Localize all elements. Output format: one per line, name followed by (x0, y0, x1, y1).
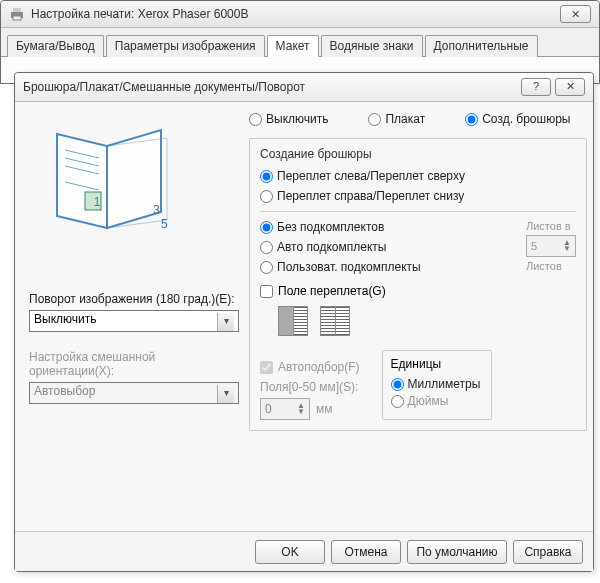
units-inch-radio[interactable]: Дюймы (391, 394, 483, 408)
mixed-orient-value: Автовыбор (34, 384, 95, 398)
units-mm-radio[interactable]: Миллиметры (391, 377, 483, 391)
mode-booklet-radio[interactable]: Созд. брошюры (465, 112, 570, 126)
parent-titlebar: Настройка печати: Xerox Phaser 6000B ✕ (1, 1, 599, 28)
booklet-group: Создание брошюры Переплет слева/Переплет… (249, 138, 587, 431)
svg-text:5: 5 (161, 217, 168, 231)
ok-button[interactable]: OK (255, 540, 325, 564)
bind-left-radio[interactable]: Переплет слева/Переплет сверху (260, 169, 576, 183)
svg-text:3: 3 (153, 203, 160, 217)
cancel-button[interactable]: Отмена (331, 540, 401, 564)
binding-icon-left[interactable] (278, 306, 308, 336)
mixed-orient-label: Настройка смешанной ориентации(X): (29, 350, 239, 378)
mode-poster-radio[interactable]: Плакат (368, 112, 425, 126)
margin-unit: мм (316, 402, 333, 416)
child-close-button[interactable]: ✕ (555, 78, 585, 96)
margin-spinner: 0 ▲▼ (260, 398, 310, 420)
tabstrip: Бумага/Вывод Параметры изображения Макет… (1, 28, 599, 57)
margin-label: Поля[0-50 мм](S): (260, 380, 360, 394)
margin-value: 0 (265, 402, 272, 416)
child-title: Брошюра/Плакат/Смешанные документы/Повор… (23, 80, 517, 94)
rotation-value: Выключить (34, 312, 96, 326)
sheets-in-label: Листов в (526, 220, 576, 232)
child-titlebar: Брошюра/Плакат/Смешанные документы/Повор… (15, 73, 593, 102)
spinner-arrows-icon: ▲▼ (297, 403, 305, 415)
spinner-arrows-icon: ▲▼ (563, 240, 571, 252)
units-title: Единицы (391, 357, 483, 371)
units-group: Единицы Миллиметры Дюймы (382, 350, 492, 420)
sheets-unit-label: Листов (526, 260, 576, 272)
parent-title: Настройка печати: Xerox Phaser 6000B (31, 7, 560, 21)
sheets-block: Листов в 5 ▲▼ Листов (526, 220, 576, 274)
rotation-label: Поворот изображения (180 град.)(E): (29, 292, 239, 306)
subset-user-radio[interactable]: Пользоват. подкомплекты (260, 260, 512, 274)
subset-none-radio[interactable]: Без подкомплектов (260, 220, 512, 234)
page-num-1: 1 (94, 195, 101, 209)
help-button[interactable]: Справка (513, 540, 583, 564)
sheets-value: 5 (531, 240, 537, 252)
sheets-spinner: 5 ▲▼ (526, 235, 576, 257)
printer-icon (9, 6, 25, 22)
parent-close-button[interactable]: ✕ (560, 5, 591, 23)
tab-watermarks[interactable]: Водяные знаки (321, 35, 423, 57)
tab-paper-output[interactable]: Бумага/Вывод (7, 35, 104, 57)
booklet-preview: 1 3 5 (39, 112, 179, 232)
child-help-button[interactable]: ? (521, 78, 551, 96)
mixed-orient-dropdown: Автовыбор (29, 382, 239, 404)
svg-rect-1 (13, 8, 21, 12)
dialog-footer: OK Отмена По умолчанию Справка (15, 531, 593, 571)
gutter-check[interactable]: Поле переплета(G) (260, 284, 576, 298)
svg-rect-2 (13, 16, 21, 20)
binding-icon-spread[interactable] (320, 306, 350, 336)
bind-right-radio[interactable]: Переплет справа/Переплет снизу (260, 189, 576, 203)
tab-advanced[interactable]: Дополнительные (425, 35, 538, 57)
child-dialog: Брошюра/Плакат/Смешанные документы/Повор… (14, 72, 594, 572)
defaults-button[interactable]: По умолчанию (407, 540, 507, 564)
tab-image-options[interactable]: Параметры изображения (106, 35, 265, 57)
mode-off-radio[interactable]: Выключить (249, 112, 328, 126)
rotation-dropdown[interactable]: Выключить (29, 310, 239, 332)
subset-auto-radio[interactable]: Авто подкомплекты (260, 240, 512, 254)
booklet-group-title: Создание брошюры (260, 147, 576, 161)
tab-layout[interactable]: Макет (267, 35, 319, 57)
autofit-check: Автоподбор(F) (260, 360, 360, 374)
svg-marker-3 (57, 134, 107, 228)
